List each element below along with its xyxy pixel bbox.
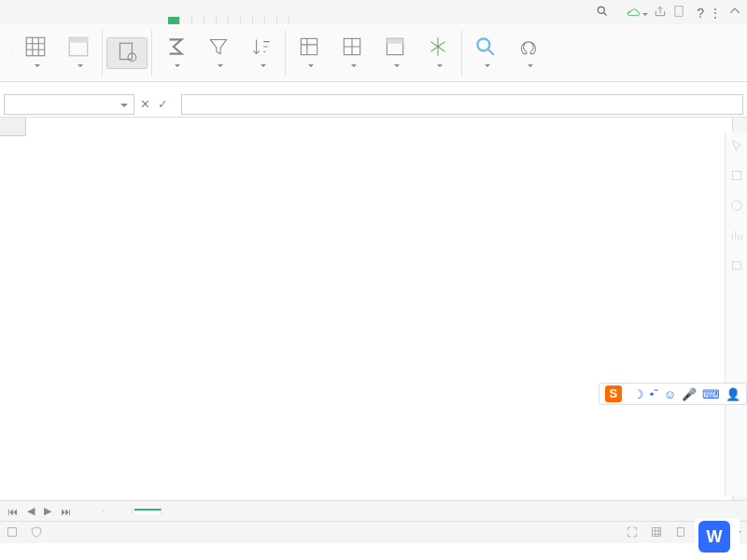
- ime-toolbar: S ☽ •ˇ ☺ 🎤 ⌨ 👤: [599, 383, 747, 405]
- right-side-panel: [725, 133, 747, 497]
- tab-security[interactable]: [253, 17, 265, 24]
- sort-button[interactable]: [242, 33, 281, 74]
- panel-property-icon[interactable]: [729, 198, 744, 217]
- search-icon[interactable]: [596, 5, 609, 21]
- panel-backup-icon[interactable]: [729, 258, 744, 276]
- freeze-button[interactable]: [418, 33, 458, 74]
- svg-point-16: [477, 38, 489, 50]
- sheet-prev-icon[interactable]: ◀: [23, 505, 38, 517]
- tab-start[interactable]: [168, 17, 180, 24]
- doc-assistant-button[interactable]: [106, 37, 148, 69]
- more-icon[interactable]: ⋮: [710, 7, 723, 20]
- sheet-tab-3[interactable]: [106, 510, 133, 513]
- sheet-tab-4[interactable]: [134, 509, 162, 514]
- svg-point-18: [731, 201, 741, 211]
- svg-point-5: [599, 7, 605, 13]
- view-normal-icon[interactable]: [650, 525, 663, 540]
- svg-rect-9: [69, 37, 88, 42]
- ime-punct-icon[interactable]: •ˇ: [650, 387, 658, 401]
- share-icon[interactable]: [654, 5, 667, 21]
- view-page-icon[interactable]: [674, 525, 687, 540]
- sogou-icon[interactable]: S: [605, 385, 622, 402]
- table-style-button[interactable]: [59, 33, 98, 74]
- tab-view[interactable]: [241, 17, 253, 24]
- svg-rect-15: [387, 38, 402, 43]
- wps-watermark: W: [695, 519, 740, 554]
- find-button[interactable]: [466, 33, 505, 74]
- help-icon[interactable]: ?: [697, 6, 704, 21]
- cloud-icon[interactable]: [626, 4, 648, 21]
- cancel-icon[interactable]: ✕: [140, 97, 150, 111]
- row-headers[interactable]: [0, 136, 26, 500]
- svg-rect-21: [652, 527, 660, 536]
- ribbon: [0, 24, 747, 82]
- ime-moon-icon[interactable]: ☽: [633, 387, 644, 401]
- spreadsheet-grid: [0, 118, 747, 500]
- decimal-group: [6, 52, 12, 54]
- svg-rect-20: [7, 527, 16, 536]
- svg-rect-19: [732, 262, 740, 270]
- svg-rect-12: [301, 38, 317, 54]
- select-all-corner[interactable]: [0, 118, 26, 136]
- tab-special[interactable]: [277, 17, 289, 24]
- ime-user-icon[interactable]: 👤: [726, 387, 740, 401]
- sheet-last-icon[interactable]: ⏭: [57, 506, 75, 517]
- sheet-first-icon[interactable]: ⏮: [4, 506, 21, 517]
- rowcol-button[interactable]: [332, 33, 372, 74]
- svg-rect-10: [120, 43, 132, 59]
- collapse-ribbon-icon[interactable]: [728, 5, 741, 21]
- svg-rect-6: [675, 7, 683, 17]
- layout-icon[interactable]: [6, 525, 19, 540]
- svg-rect-7: [26, 37, 45, 56]
- fullscreen-icon[interactable]: [626, 525, 639, 540]
- protect-icon[interactable]: [30, 525, 43, 540]
- ime-emoji-icon[interactable]: ☺: [664, 387, 676, 401]
- filter-button[interactable]: [199, 33, 238, 74]
- confirm-icon[interactable]: ✓: [158, 97, 168, 111]
- status-bar: [0, 521, 747, 543]
- cond-format-button[interactable]: [16, 33, 55, 74]
- panel-select-icon[interactable]: [729, 138, 744, 157]
- sheet-next-icon[interactable]: ▶: [40, 505, 55, 517]
- export-icon[interactable]: [672, 5, 685, 21]
- ime-mic-icon[interactable]: 🎤: [682, 387, 697, 401]
- tab-insert[interactable]: [180, 17, 192, 24]
- formula-bar: ✕ ✓: [0, 91, 747, 118]
- worksheet-button[interactable]: [375, 33, 415, 74]
- tab-data[interactable]: [217, 17, 229, 24]
- sheet-tab-2[interactable]: [77, 510, 104, 513]
- format-button[interactable]: [289, 33, 329, 74]
- name-box[interactable]: [4, 94, 134, 115]
- tab-formula[interactable]: [204, 17, 217, 24]
- tab-pagelayout[interactable]: [192, 17, 204, 24]
- svg-rect-17: [732, 171, 740, 179]
- ime-keyboard-icon[interactable]: ⌨: [702, 387, 720, 401]
- symbol-button[interactable]: [509, 33, 548, 74]
- formula-input[interactable]: [181, 94, 743, 115]
- sum-button[interactable]: [156, 33, 195, 74]
- tab-devtools[interactable]: [265, 17, 277, 24]
- panel-style-icon[interactable]: [729, 168, 744, 187]
- sheet-tab-bar: ⏮ ◀ ▶ ⏭: [0, 500, 747, 521]
- panel-analysis-icon[interactable]: [729, 228, 744, 246]
- tab-review[interactable]: [229, 17, 241, 24]
- wps-logo-icon: W: [698, 521, 730, 553]
- svg-rect-22: [678, 527, 684, 536]
- ribbon-tabs: ? ⋮: [0, 0, 747, 24]
